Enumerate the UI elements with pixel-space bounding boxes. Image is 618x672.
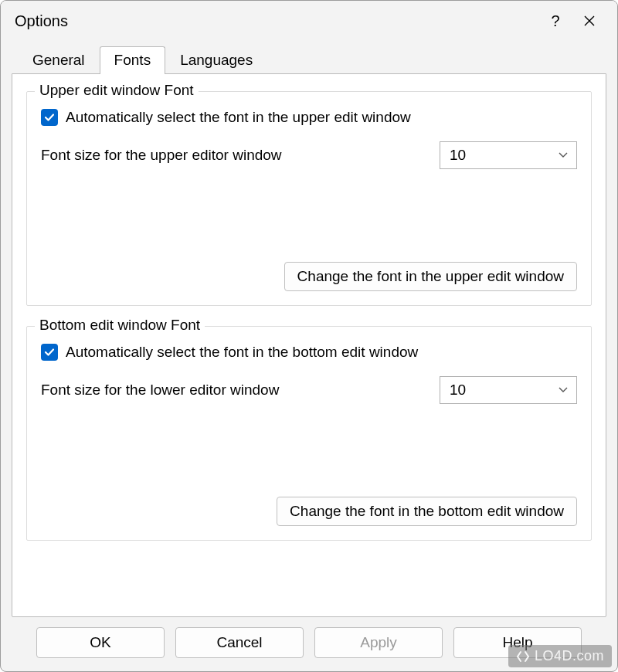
bottom-auto-row: Automatically select the font in the bot…: [41, 344, 577, 361]
chevron-down-icon: [558, 147, 569, 164]
upper-change-font-button[interactable]: Change the font in the upper edit window: [284, 262, 577, 291]
tabstrip: General Fonts Languages: [1, 41, 617, 73]
tab-fonts[interactable]: Fonts: [100, 46, 166, 74]
group-bottom-legend: Bottom edit window Font: [35, 317, 205, 334]
bottom-change-font-button[interactable]: Change the font in the bottom edit windo…: [277, 497, 577, 526]
upper-auto-label: Automatically select the font in the upp…: [66, 109, 411, 126]
chevron-down-icon: [558, 382, 569, 399]
close-icon[interactable]: [572, 5, 606, 36]
group-upper-legend: Upper edit window Font: [35, 82, 199, 99]
group-upper-font: Upper edit window Font Automatically sel…: [26, 91, 592, 306]
dialog-footer: OK Cancel Apply Help: [1, 625, 617, 671]
tab-languages[interactable]: Languages: [165, 46, 267, 74]
cancel-button[interactable]: Cancel: [175, 627, 304, 658]
titlebar: Options ?: [1, 1, 617, 41]
help-button[interactable]: Help: [453, 627, 582, 658]
bottom-auto-checkbox[interactable]: [41, 344, 58, 361]
ok-button[interactable]: OK: [36, 627, 165, 658]
upper-auto-checkbox[interactable]: [41, 109, 58, 126]
bottom-size-value: 10: [450, 382, 466, 399]
upper-size-value: 10: [450, 147, 466, 164]
bottom-size-combo[interactable]: 10: [440, 376, 577, 404]
window-title: Options: [15, 12, 538, 30]
upper-size-label: Font size for the upper editor window: [41, 147, 282, 164]
bottom-auto-label: Automatically select the font in the bot…: [66, 344, 418, 361]
upper-size-combo[interactable]: 10: [440, 141, 577, 169]
options-dialog: Options ? General Fonts Languages Upper …: [0, 0, 618, 672]
help-icon[interactable]: ?: [538, 5, 572, 36]
upper-auto-row: Automatically select the font in the upp…: [41, 109, 577, 126]
tab-general[interactable]: General: [18, 46, 100, 74]
apply-button[interactable]: Apply: [314, 627, 443, 658]
bottom-size-label: Font size for the lower editor window: [41, 382, 279, 399]
bottom-size-row: Font size for the lower editor window 10: [41, 376, 577, 404]
group-bottom-font: Bottom edit window Font Automatically se…: [26, 326, 592, 541]
tab-pane-fonts: Upper edit window Font Automatically sel…: [12, 73, 606, 617]
upper-size-row: Font size for the upper editor window 10: [41, 141, 577, 169]
